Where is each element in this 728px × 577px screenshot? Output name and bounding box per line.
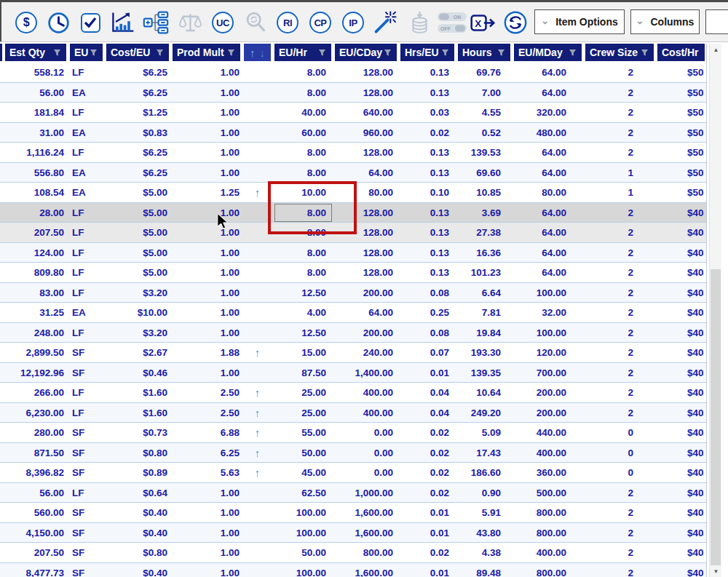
cell-prod_mult[interactable]: 1.00 [173, 563, 240, 577]
cell-eu_cday[interactable]: 1,600.00 [335, 523, 397, 543]
item-options-button[interactable]: ⌄ Item Options [534, 9, 625, 34]
clock-icon[interactable] [45, 9, 71, 36]
cell-eu_hr[interactable]: 15.00 [274, 343, 331, 362]
filter-icon[interactable] [641, 49, 649, 57]
cell-est_qty[interactable]: 181.84 [5, 103, 66, 122]
cell-est_qty[interactable]: 8,477.73 [5, 563, 66, 577]
cell-eu[interactable]: LF [70, 283, 103, 303]
cell-eu_mday[interactable]: 700.00 [514, 363, 582, 383]
cell-hours[interactable]: 27.38 [458, 223, 510, 242]
cell-crew_size[interactable]: 1 [585, 183, 654, 202]
cell-sort[interactable] [244, 363, 271, 383]
filter-icon[interactable] [318, 49, 326, 57]
cell-eu_mday[interactable]: 200.00 [514, 403, 582, 423]
cell-eu_cday[interactable]: 128.00 [335, 203, 397, 223]
cell-cost_eu[interactable]: $0.40 [106, 563, 169, 577]
cell-est_qty[interactable]: 28.00 [5, 203, 66, 223]
cell-eu_hr[interactable]: 100.00 [274, 523, 331, 543]
cell-sort[interactable] [244, 123, 271, 143]
cell-hours[interactable]: 16.36 [458, 243, 510, 263]
cell-crew_size[interactable]: 2 [585, 363, 654, 383]
scroll-up-arrow-icon[interactable]: ▲ [710, 44, 722, 55]
view-button[interactable]: ⌄ V [705, 9, 728, 34]
cell-eu_cday[interactable]: 128.00 [335, 263, 397, 282]
cell-cost_eu[interactable]: $10.00 [106, 303, 169, 322]
cell-cost_hr[interactable]: $50 [657, 163, 705, 183]
column-header-hours[interactable]: Hours [458, 44, 510, 61]
cell-cost_hr[interactable]: $50 [657, 83, 705, 103]
cell-eu_mday[interactable]: 64.00 [514, 243, 582, 263]
cell-crew_size[interactable]: 2 [585, 523, 654, 543]
cell-est_qty[interactable]: 207.50 [5, 223, 66, 242]
cell-prod_mult[interactable]: 1.00 [173, 363, 240, 383]
cell-hrs_eu[interactable]: 0.10 [400, 183, 454, 202]
cell-eu_mday[interactable]: 800.00 [514, 563, 582, 577]
cell-cost_eu[interactable]: $0.83 [106, 123, 169, 143]
ip-icon[interactable]: IP [340, 9, 366, 36]
cell-cost_eu[interactable]: $0.80 [106, 543, 169, 562]
cell-eu_hr[interactable]: 8.00 [274, 263, 331, 282]
cell-sort[interactable] [244, 203, 271, 223]
cell-eu_cday[interactable]: 640.00 [335, 103, 397, 122]
cell-est_qty[interactable]: 31.25 [5, 303, 66, 322]
cell-eu_hr[interactable]: 8.00 [274, 163, 331, 183]
cell-eu_mday[interactable]: 64.00 [514, 143, 582, 162]
cell-eu_hr[interactable]: 8.00 [274, 63, 331, 82]
cell-crew_size[interactable]: 2 [585, 203, 654, 223]
ri-icon[interactable]: RI [274, 9, 301, 36]
cell-hrs_eu[interactable]: 0.13 [400, 143, 454, 162]
cell-cost_eu[interactable]: $5.00 [106, 203, 169, 223]
cell-est_qty[interactable]: 809.80 [5, 263, 66, 282]
cell-est_qty[interactable]: 1,116.24 [5, 143, 66, 162]
cell-crew_size[interactable]: 2 [585, 243, 654, 263]
table-row[interactable]: 280.00SF$0.736.88↑55.000.000.025.09440.0… [0, 423, 707, 443]
cell-eu_cday[interactable]: 400.00 [335, 403, 397, 423]
cell-prod_mult[interactable]: 1.00 [173, 123, 240, 143]
cell-cost_hr[interactable]: $50 [657, 63, 705, 82]
hierarchy-icon[interactable] [143, 9, 169, 36]
cell-est_qty[interactable]: 4,150.00 [5, 523, 66, 543]
cell-eu_cday[interactable]: 960.00 [335, 123, 397, 143]
cell-eu[interactable]: LF [70, 143, 103, 162]
cell-eu_hr[interactable]: 25.00 [274, 403, 331, 423]
cell-est_qty[interactable]: 124.00 [5, 243, 66, 263]
cell-eu_hr[interactable]: 25.00 [274, 383, 331, 402]
cell-eu_cday[interactable]: 240.00 [335, 343, 397, 362]
cell-cost_eu[interactable]: $1.60 [106, 383, 169, 402]
cell-prod_mult[interactable]: 1.00 [173, 483, 240, 503]
cell-eu_cday[interactable]: 64.00 [335, 303, 397, 322]
cell-eu[interactable]: EA [70, 123, 103, 143]
cell-est_qty[interactable]: 108.54 [5, 183, 66, 202]
cell-crew_size[interactable]: 2 [585, 303, 654, 322]
cell-eu_cday[interactable]: 800.00 [335, 543, 397, 562]
cell-est_qty[interactable]: 12,192.96 [5, 363, 66, 383]
cell-eu[interactable]: LF [70, 323, 103, 343]
cell-sort[interactable] [244, 103, 271, 122]
filter-icon[interactable] [227, 49, 235, 57]
cell-sort[interactable]: ↑ [244, 343, 271, 362]
cell-sort[interactable] [244, 83, 271, 103]
cell-hours[interactable]: 6.64 [458, 283, 510, 303]
cell-est_qty[interactable]: 556.80 [5, 163, 66, 183]
cell-prod_mult[interactable]: 1.00 [173, 323, 240, 343]
cell-sort[interactable] [244, 263, 271, 282]
table-row[interactable]: 124.00LF$5.001.008.00128.000.1316.3664.0… [0, 243, 707, 263]
cell-cost_eu[interactable]: $6.25 [106, 63, 169, 82]
cell-cost_hr[interactable]: $40 [657, 563, 705, 577]
uc-icon[interactable]: UC [210, 9, 236, 36]
cell-eu_mday[interactable]: 440.00 [514, 423, 582, 442]
cell-crew_size[interactable]: 2 [585, 83, 654, 103]
cell-cost_eu[interactable]: $0.89 [106, 463, 169, 482]
cell-prod_mult[interactable]: 1.00 [173, 503, 240, 522]
cell-prod_mult[interactable]: 1.00 [173, 283, 240, 303]
cell-crew_size[interactable]: 0 [585, 443, 654, 463]
cell-eu_hr[interactable]: 8.00 [274, 143, 331, 162]
cell-eu_mday[interactable]: 500.00 [514, 483, 582, 503]
column-header-cost_eu[interactable]: Cost/EU [106, 44, 169, 61]
cell-crew_size[interactable]: 2 [585, 283, 654, 303]
cell-eu_hr[interactable]: 60.00 [274, 123, 331, 143]
cell-cost_eu[interactable]: $0.40 [106, 503, 169, 522]
cell-eu[interactable]: LF [70, 223, 103, 242]
cell-est_qty[interactable]: 31.00 [5, 123, 66, 143]
cell-prod_mult[interactable]: 2.50 [173, 383, 240, 402]
